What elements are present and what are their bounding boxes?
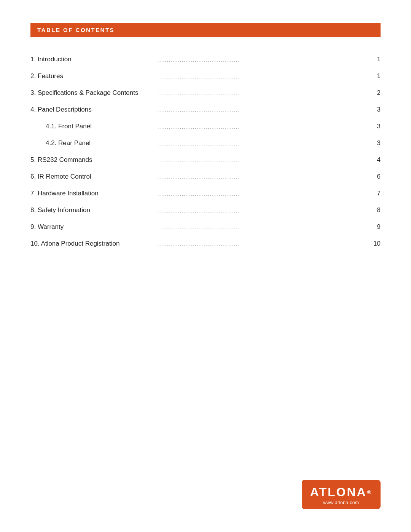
toc-row-item-1: 1. Introduction.........................… [30, 51, 381, 68]
toc-row-item-4: 4. Panel Descriptions...................… [30, 101, 381, 118]
toc-dots-item-2: ........................................… [158, 68, 368, 85]
toc-dots-item-4: ........................................… [158, 101, 368, 118]
atlona-logo: ATLONA® www.atlona.com [302, 480, 381, 509]
toc-dots-item-6: ........................................… [158, 168, 368, 185]
toc-page-item-7: 7 [368, 185, 381, 202]
toc-dots-item-4-1: ........................................… [158, 118, 368, 135]
logo-brand: ATLONA® [310, 485, 372, 499]
toc-page-item-1: 1 [368, 51, 381, 68]
toc-page-item-4-2: 3 [368, 135, 381, 152]
toc-row-item-9: 9. Warranty.............................… [30, 219, 381, 235]
toc-label-item-3: 3. Specifications & Package Contents [30, 85, 158, 101]
toc-dots-item-3: ........................................… [158, 85, 368, 101]
toc-page-item-4-1: 3 [368, 118, 381, 135]
toc-dots-item-5: ........................................… [158, 152, 368, 168]
toc-page-item-3: 2 [368, 85, 381, 101]
toc-page-item-8: 8 [368, 202, 381, 219]
toc-label-item-8: 8. Safety Information [30, 202, 158, 219]
toc-row-item-4-2: 4.2. Rear Panel.........................… [30, 135, 381, 152]
toc-page-item-10: 10 [368, 235, 381, 252]
toc-dots-item-8: ........................................… [158, 202, 368, 219]
toc-dots-item-1: ........................................… [158, 51, 368, 68]
toc-row-item-10: 10. Atlona Product Registration.........… [30, 235, 381, 252]
toc-row-item-6: 6. IR Remote Control....................… [30, 168, 381, 185]
logo-website: www.atlona.com [323, 500, 359, 505]
toc-row-item-8: 8. Safety Information...................… [30, 202, 381, 219]
toc-label-item-6: 6. IR Remote Control [30, 168, 158, 185]
toc-row-item-3: 3. Specifications & Package Contents....… [30, 85, 381, 101]
toc-header-bar: TABLE OF CONTENTS [30, 23, 381, 37]
toc-label-item-5: 5. RS232 Commands [30, 152, 158, 168]
toc-row-item-5: 5. RS232 Commands.......................… [30, 152, 381, 168]
toc-label-item-7: 7. Hardware Installation [30, 185, 158, 202]
toc-dots-item-4-2: ........................................… [158, 135, 368, 152]
toc-page-item-2: 1 [368, 68, 381, 85]
toc-page-item-5: 4 [368, 152, 381, 168]
toc-label-item-4-2: 4.2. Rear Panel [30, 135, 158, 152]
toc-label-item-4-1: 4.1. Front Panel [30, 118, 158, 135]
toc-label-item-4: 4. Panel Descriptions [30, 101, 158, 118]
page: TABLE OF CONTENTS 1. Introduction.......… [0, 0, 411, 532]
toc-row-item-4-1: 4.1. Front Panel........................… [30, 118, 381, 135]
toc-dots-item-10: ........................................… [158, 235, 368, 252]
toc-page-item-6: 6 [368, 168, 381, 185]
toc-row-item-2: 2. Features.............................… [30, 68, 381, 85]
toc-header-title: TABLE OF CONTENTS [37, 27, 115, 33]
toc-label-item-2: 2. Features [30, 68, 158, 85]
toc-label-item-1: 1. Introduction [30, 51, 158, 68]
toc-page-item-4: 3 [368, 101, 381, 118]
toc-dots-item-9: ........................................… [158, 219, 368, 235]
toc-page-item-9: 9 [368, 219, 381, 235]
toc-row-item-7: 7. Hardware Installation................… [30, 185, 381, 202]
toc-dots-item-7: ........................................… [158, 185, 368, 202]
toc-label-item-9: 9. Warranty [30, 219, 158, 235]
toc-table: 1. Introduction.........................… [30, 51, 381, 252]
toc-label-item-10: 10. Atlona Product Registration [30, 235, 158, 252]
